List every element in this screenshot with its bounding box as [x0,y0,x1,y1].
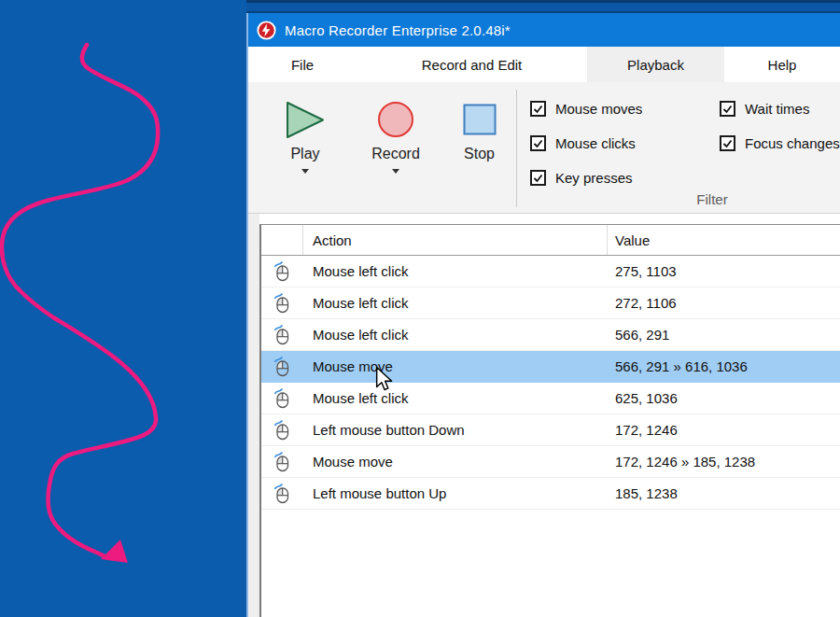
play-button[interactable]: Play [274,101,336,174]
mouse-action-icon [273,291,291,315]
stop-button[interactable]: Stop [454,101,505,163]
table-row[interactable]: Mouse move 172, 1246 » 185, 1238 [261,446,840,478]
app-window: Macro Recorder Enterprise 2.0.48i* File … [246,13,840,617]
tab-help[interactable]: Help [724,47,840,82]
record-icon [377,101,414,138]
titlebar: Macro Recorder Enterprise 2.0.48i* [248,13,840,47]
checkbox-checked-icon[interactable] [530,170,546,186]
stop-label: Stop [464,145,495,163]
play-label: Play [290,145,319,163]
checkbox-checked-icon[interactable] [530,101,546,117]
header-value[interactable]: Value [608,225,840,255]
table-row[interactable]: Mouse left click 272, 1106 [261,287,840,319]
tab-file[interactable]: File [248,47,357,82]
mouse-action-icon [273,386,291,410]
checkbox-mouse-moves[interactable]: Mouse moves [530,101,642,117]
mouse-trail-drawing [0,0,246,617]
checkbox-mouse-clicks[interactable]: Mouse clicks [530,135,636,151]
list-header: Action Value [261,225,840,256]
table-row[interactable]: Mouse left click 566, 291 [261,319,840,351]
mouse-action-icon [273,323,291,346]
record-button[interactable]: Record [362,101,429,174]
mouse-action-icon [273,450,291,473]
table-row[interactable]: Mouse left click 275, 1103 [261,256,840,287]
table-row[interactable]: Left mouse button Up 185, 1238 [261,478,840,510]
menu-tabbar: File Record and Edit Playback Help [248,47,840,82]
mouse-action-icon [273,355,291,378]
filter-group-caption: Filter [675,191,749,207]
window-title: Macro Recorder Enterprise 2.0.48i* [285,22,511,38]
checkbox-checked-icon[interactable] [720,135,735,151]
checkbox-checked-icon[interactable] [720,101,735,117]
trail-arrowhead [101,540,128,563]
checkbox-checked-icon[interactable] [530,135,546,151]
header-action[interactable]: Action [303,225,608,255]
action-list: Action Value Mouse left click 275, 1103 … [259,224,840,617]
mouse-cursor [375,366,394,393]
ribbon-toolbar: Play Record Stop Mou [248,82,840,214]
table-row[interactable]: Left mouse button Down 172, 1246 [261,414,840,446]
toolbar-divider [516,90,517,207]
play-dropdown-caret-icon[interactable] [301,169,309,174]
play-icon [286,101,325,139]
tab-record-and-edit[interactable]: Record and Edit [357,47,587,82]
table-row[interactable]: Mouse left click 625, 1036 [261,383,840,414]
mouse-action-icon [273,259,291,283]
table-row-selected[interactable]: Mouse move 566, 291 » 616, 1036 [261,351,840,383]
checkbox-wait-times[interactable]: Wait times [720,101,809,117]
app-icon [257,21,276,40]
left-gutter [248,214,259,617]
tab-playback[interactable]: Playback [587,47,724,82]
mouse-action-icon [273,482,291,505]
checkbox-focus-changes[interactable]: Focus changes [720,135,840,151]
header-icon-column[interactable] [261,225,303,255]
desktop-strip-above-window [246,0,840,13]
mouse-action-icon [273,418,291,442]
record-dropdown-caret-icon[interactable] [392,169,399,174]
stop-icon [463,104,497,135]
record-label: Record [371,145,420,163]
checkbox-key-presses[interactable]: Key presses [530,170,633,186]
content-area: Action Value Mouse left click 275, 1103 … [248,214,840,617]
